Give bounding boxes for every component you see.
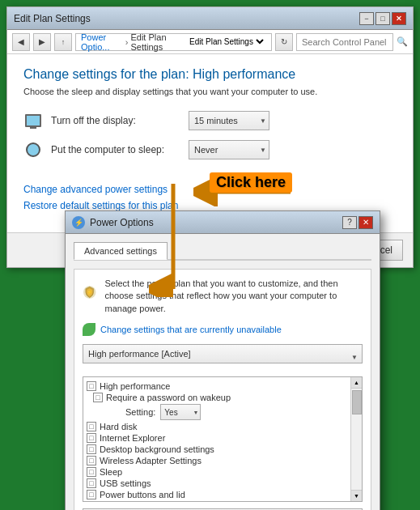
tree-item-usb-settings[interactable]: □ USB settings bbox=[83, 478, 350, 489]
forward-button[interactable]: ▶ bbox=[33, 33, 51, 51]
tab-bar: Advanced settings bbox=[74, 242, 371, 261]
change-unavailable-link[interactable]: Change settings that are currently unava… bbox=[100, 325, 282, 334]
maximize-button[interactable]: □ bbox=[375, 12, 390, 25]
address-bar: ◀ ▶ ↑ Power Optio... › Edit Plan Setting… bbox=[7, 30, 413, 54]
close-button[interactable]: ✕ bbox=[392, 12, 406, 25]
link-section: Change advanced power settings Click her… bbox=[23, 176, 397, 211]
tree-expand-power-buttons[interactable]: □ bbox=[87, 490, 96, 499]
tree-item-desktop-background[interactable]: □ Desktop background settings bbox=[83, 444, 350, 455]
edit-plan-title-bar: Edit Plan Settings − □ ✕ bbox=[7, 7, 413, 30]
tree-item-wireless-adapter[interactable]: □ Wireless Adapter Settings bbox=[83, 455, 350, 466]
restore-default-settings-link[interactable]: Restore default settings for this plan bbox=[23, 200, 397, 211]
tree-label-sleep: Sleep bbox=[100, 467, 122, 477]
display-setting-label: Turn off the display: bbox=[51, 115, 180, 126]
dialog-close-button[interactable]: ✕ bbox=[358, 216, 373, 229]
dialog-title-left: ⚡ Power Options bbox=[72, 216, 154, 229]
scrollbar-up-button[interactable]: ▲ bbox=[351, 377, 363, 389]
scrollbar-thumb[interactable] bbox=[352, 390, 362, 414]
sleep-icon bbox=[26, 142, 40, 157]
tree-label-wireless-adapter: Wireless Adapter Settings bbox=[100, 456, 202, 465]
tree-item-sleep[interactable]: □ Sleep bbox=[83, 466, 350, 478]
tree-expand-hard-disk[interactable]: □ bbox=[87, 422, 96, 431]
tree-item-high-performance[interactable]: □ High performance bbox=[83, 380, 350, 392]
annotation-wrapper: Change advanced power settings Click her… bbox=[23, 184, 168, 200]
tree-item-internet-explorer[interactable]: □ Internet Explorer bbox=[83, 432, 350, 444]
monitor-icon-wrapper bbox=[23, 111, 43, 130]
advanced-power-settings-link[interactable]: Change advanced power settings bbox=[23, 184, 168, 195]
tree-view: □ High performance □ Require a password … bbox=[83, 376, 363, 502]
svg-text:⚡: ⚡ bbox=[87, 289, 93, 295]
back-button[interactable]: ◀ bbox=[12, 33, 30, 51]
monitor-icon bbox=[25, 114, 41, 127]
breadcrumb-dropdown[interactable]: Edit Plan Settings bbox=[186, 36, 266, 47]
tree-label-usb-settings: USB settings bbox=[100, 478, 151, 488]
tree-item-power-buttons[interactable]: □ Power buttons and lid bbox=[83, 489, 350, 500]
green-leaf-icon bbox=[83, 323, 95, 336]
tree-label-power-buttons: Power buttons and lid bbox=[100, 490, 185, 499]
tree-label-hard-disk: Hard disk bbox=[100, 422, 137, 431]
description-text: Select the power plan that you want to c… bbox=[104, 278, 363, 315]
power-options-icon: ⚡ bbox=[72, 216, 85, 229]
plan-select[interactable]: High performance [Active] Balanced [Acti… bbox=[83, 344, 363, 363]
sleep-icon-wrapper bbox=[23, 140, 43, 159]
change-unavailable-link-row: Change settings that are currently unava… bbox=[83, 323, 363, 336]
breadcrumb-power-options[interactable]: Power Optio... bbox=[81, 32, 123, 52]
tree-item-hard-disk[interactable]: □ Hard disk bbox=[83, 421, 350, 432]
breadcrumb-current: Edit Plan Settings bbox=[130, 32, 183, 52]
breadcrumb-separator: › bbox=[125, 37, 129, 47]
plan-select-wrapper: High performance [Active] Balanced [Acti… bbox=[83, 344, 363, 370]
display-select-wrapper: 15 minutes 1 minute 5 minutes 30 minutes… bbox=[189, 111, 269, 130]
dialog-title: Power Options bbox=[90, 217, 154, 228]
tree-expand-require-password[interactable]: □ bbox=[93, 393, 103, 402]
display-timeout-select[interactable]: 15 minutes 1 minute 5 minutes 30 minutes… bbox=[189, 111, 269, 130]
tree-expand-internet-explorer[interactable]: □ bbox=[87, 433, 96, 443]
power-options-dialog: ⚡ Power Options ? ✕ Advanced settings ⚡ bbox=[65, 210, 380, 510]
tree-expand-desktop-background[interactable]: □ bbox=[87, 444, 96, 454]
click-here-label: Click here bbox=[210, 172, 292, 193]
address-path: Power Optio... › Edit Plan Settings Edit… bbox=[75, 33, 272, 51]
dialog-body: ⚡ Select the power plan that you want to… bbox=[74, 269, 371, 510]
edit-plan-title: Edit Plan Settings bbox=[14, 13, 91, 24]
main-content: Change settings for the plan: High perfo… bbox=[7, 54, 413, 232]
help-button[interactable]: ? bbox=[342, 216, 357, 229]
tree-expand-sleep[interactable]: □ bbox=[87, 467, 96, 477]
tree-label-require-password: Require a password on wakeup bbox=[106, 393, 231, 402]
dialog-description: ⚡ Select the power plan that you want to… bbox=[83, 278, 363, 315]
display-setting-row: Turn off the display: 15 minutes 1 minut… bbox=[23, 111, 397, 130]
tree-label-desktop-background: Desktop background settings bbox=[100, 444, 214, 454]
title-bar-controls: − □ ✕ bbox=[359, 12, 406, 25]
search-input[interactable] bbox=[296, 33, 393, 51]
search-icon: 🔍 bbox=[397, 36, 408, 47]
setting-label-yes: Setting: bbox=[125, 407, 155, 417]
minimize-button[interactable]: − bbox=[359, 12, 374, 25]
sleep-setting-row: Put the computer to sleep: Never 1 minut… bbox=[23, 140, 397, 159]
dialog-title-bar: ⚡ Power Options ? ✕ bbox=[66, 211, 380, 234]
tree-scrollbar: ▲ ▼ bbox=[350, 377, 362, 501]
tree-expand-wireless-adapter[interactable]: □ bbox=[87, 456, 96, 465]
setting-input-row: Setting: Yes No bbox=[83, 403, 350, 421]
sleep-setting-label: Put the computer to sleep: bbox=[51, 144, 180, 155]
sleep-timeout-select[interactable]: Never 1 minute 5 minutes 15 minutes 1 ho… bbox=[189, 140, 269, 159]
refresh-button[interactable]: ↻ bbox=[275, 33, 293, 51]
tab-advanced-settings[interactable]: Advanced settings bbox=[74, 242, 168, 260]
tree-item-require-password[interactable]: □ Require a password on wakeup bbox=[90, 392, 350, 403]
page-subtitle: Choose the sleep and display settings th… bbox=[23, 87, 397, 96]
power-shield-icon: ⚡ bbox=[83, 278, 96, 307]
tree-expand-high-performance[interactable]: □ bbox=[87, 381, 96, 391]
setting-value-wrapper: Yes No bbox=[160, 404, 201, 420]
tree-scrollbar-area: □ High performance □ Require a password … bbox=[83, 377, 362, 501]
password-setting-select[interactable]: Yes No bbox=[160, 404, 201, 420]
tree-label-internet-explorer: Internet Explorer bbox=[100, 433, 165, 443]
dialog-content: Advanced settings ⚡ Select the power pla… bbox=[66, 234, 380, 510]
tree-content: □ High performance □ Require a password … bbox=[83, 377, 350, 501]
up-button[interactable]: ↑ bbox=[54, 33, 72, 51]
sleep-select-wrapper: Never 1 minute 5 minutes 15 minutes 1 ho… bbox=[189, 140, 269, 159]
tree-label-high-performance: High performance bbox=[100, 381, 170, 391]
scrollbar-down-button[interactable]: ▼ bbox=[351, 490, 363, 501]
dialog-controls: ? ✕ bbox=[342, 216, 373, 229]
tree-expand-usb-settings[interactable]: □ bbox=[87, 478, 96, 488]
page-title: Change settings for the plan: High perfo… bbox=[23, 67, 397, 82]
